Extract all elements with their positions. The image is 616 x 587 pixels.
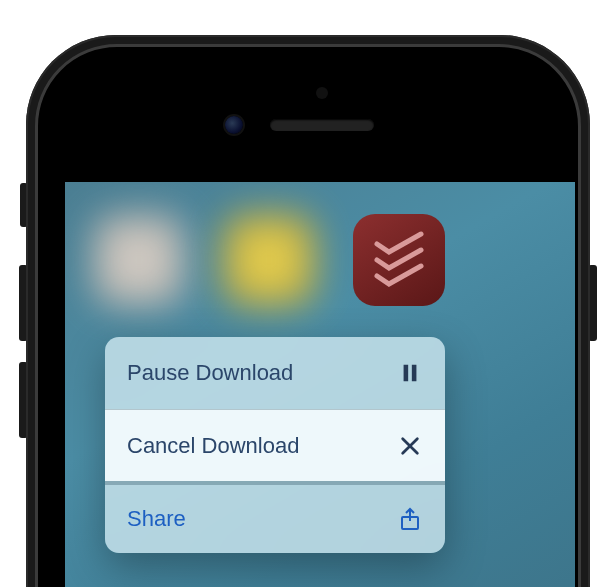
menu-item-label: Share	[127, 506, 186, 532]
svg-rect-1	[412, 365, 417, 382]
home-row	[65, 214, 575, 310]
svg-rect-0	[404, 365, 409, 382]
menu-item-label: Pause Download	[127, 360, 293, 386]
app-icon-focused[interactable]	[353, 214, 445, 306]
blurred-app-icon	[93, 214, 185, 306]
close-icon	[397, 433, 423, 459]
share-icon	[397, 506, 423, 532]
phone-body: Pause Download Cancel Download	[26, 35, 590, 587]
earpiece-speaker	[270, 119, 374, 131]
screen: Pause Download Cancel Download	[65, 182, 575, 587]
share-action[interactable]: Share	[105, 481, 445, 553]
quick-actions-menu: Pause Download Cancel Download	[105, 337, 445, 553]
pause-icon	[397, 360, 423, 386]
pause-download-action[interactable]: Pause Download	[105, 337, 445, 409]
blurred-app-icon	[223, 214, 315, 306]
phone-bezel: Pause Download Cancel Download	[35, 44, 581, 587]
proximity-sensor	[316, 87, 328, 99]
front-camera	[225, 116, 243, 134]
cancel-download-action[interactable]: Cancel Download	[105, 409, 445, 481]
menu-item-label: Cancel Download	[127, 433, 299, 459]
todoist-icon	[353, 214, 445, 306]
